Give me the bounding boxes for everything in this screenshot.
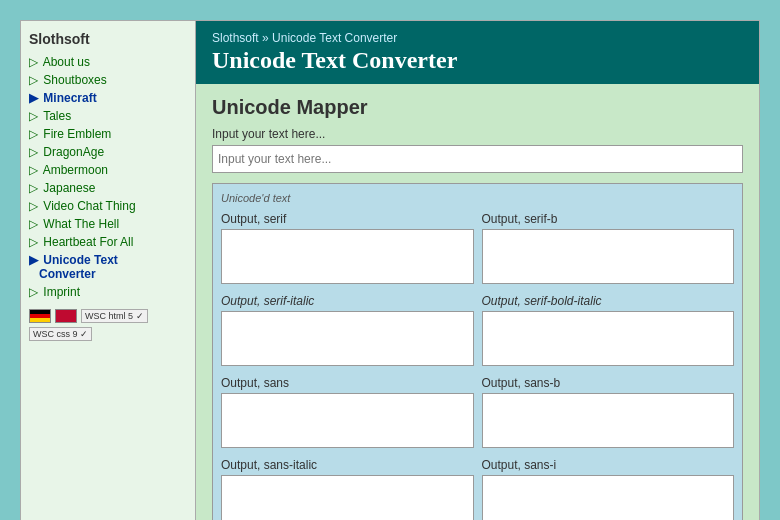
text-input[interactable] xyxy=(212,145,743,173)
output-sans-b-textarea[interactable] xyxy=(482,393,735,448)
arrow-icon: ▷ xyxy=(29,127,38,141)
arrow-icon: ▷ xyxy=(29,181,38,195)
sidebar-item-heartbeat-for-all[interactable]: ▷ Heartbeat For All xyxy=(21,233,195,251)
output-sans-i-textarea[interactable] xyxy=(482,475,735,520)
output-serif-bold-italic-textarea[interactable] xyxy=(482,311,735,366)
sidebar-badges: WSC html 5 ✓ WSC css 9 ✓ xyxy=(21,301,195,349)
arrow-icon: ▷ xyxy=(29,55,38,69)
sidebar-item-imprint[interactable]: ▷ Imprint xyxy=(21,283,195,301)
arrow-icon: ▷ xyxy=(29,199,38,213)
arrow-icon: ▷ xyxy=(29,145,38,159)
arrow-icon: ▷ xyxy=(29,217,38,231)
output-sans-i-label: Output, sans-i xyxy=(482,458,735,472)
sidebar-item-tales[interactable]: ▷ Tales xyxy=(21,107,195,125)
outputs-grid: Output, serif Output, serif-b xyxy=(221,212,734,520)
output-sans-textarea[interactable] xyxy=(221,393,474,448)
page-title: Unicode Text Converter xyxy=(212,47,743,74)
flag-us-icon xyxy=(55,309,77,323)
output-sans-italic-label: Output, sans-italic xyxy=(221,458,474,472)
sidebar-item-fire-emblem[interactable]: ▷ Fire Emblem xyxy=(21,125,195,143)
output-serif-bold-italic-label: Output, serif-bold-italic xyxy=(482,294,735,308)
unicode-section-title: Unicode'd text xyxy=(221,192,734,204)
output-group-sans: Output, sans xyxy=(221,376,474,448)
unicode-section: Unicode'd text Output, serif Output, ser… xyxy=(212,183,743,520)
sidebar-item-ambermoon[interactable]: ▷ Ambermoon xyxy=(21,161,195,179)
output-group-serif-b: Output, serif-b xyxy=(482,212,735,284)
sidebar-item-about-us[interactable]: ▷ About us xyxy=(21,53,195,71)
output-serif-label: Output, serif xyxy=(221,212,474,226)
arrow-icon: ▷ xyxy=(29,285,38,299)
output-sans-label: Output, sans xyxy=(221,376,474,390)
output-sans-italic-textarea[interactable] xyxy=(221,475,474,520)
breadcrumb: Slothsoft » Unicode Text Converter xyxy=(212,31,743,45)
sidebar-item-shoutboxes[interactable]: ▷ Shoutboxes xyxy=(21,71,195,89)
sidebar-item-video-chat-thing[interactable]: ▷ Video Chat Thing xyxy=(21,197,195,215)
arrow-icon: ▶ xyxy=(29,253,38,267)
sidebar-title: Slothsoft xyxy=(21,27,195,53)
arrow-icon: ▷ xyxy=(29,235,38,249)
arrow-icon: ▷ xyxy=(29,109,38,123)
wsc-css-badge: WSC css 9 ✓ xyxy=(29,327,92,341)
sidebar-item-dragonage[interactable]: ▷ DragonAge xyxy=(21,143,195,161)
output-group-serif-italic: Output, serif-italic xyxy=(221,294,474,366)
output-group-sans-i: Output, sans-i xyxy=(482,458,735,520)
sidebar-item-what-the-hell[interactable]: ▷ What The Hell xyxy=(21,215,195,233)
input-label: Input your text here... xyxy=(212,127,743,141)
output-group-sans-b: Output, sans-b xyxy=(482,376,735,448)
main-content: Slothsoft » Unicode Text Converter Unico… xyxy=(196,21,759,520)
page-container: Slothsoft ▷ About us ▷ Shoutboxes ▶ Mine… xyxy=(20,20,760,520)
sidebar-item-minecraft[interactable]: ▶ Minecraft xyxy=(21,89,195,107)
output-serif-b-label: Output, serif-b xyxy=(482,212,735,226)
arrow-icon: ▶ xyxy=(29,91,38,105)
arrow-icon: ▷ xyxy=(29,163,38,177)
output-group-serif-bold-italic: Output, serif-bold-italic xyxy=(482,294,735,366)
output-serif-b-textarea[interactable] xyxy=(482,229,735,284)
output-sans-b-label: Output, sans-b xyxy=(482,376,735,390)
sidebar-item-unicode-text-converter[interactable]: ▶ Unicode Text Converter xyxy=(21,251,195,283)
arrow-icon: ▷ xyxy=(29,73,38,87)
flag-de-icon xyxy=(29,309,51,323)
sidebar-item-japanese[interactable]: ▷ Japanese xyxy=(21,179,195,197)
header-bar: Slothsoft » Unicode Text Converter Unico… xyxy=(196,21,759,84)
output-serif-italic-textarea[interactable] xyxy=(221,311,474,366)
output-group-sans-italic: Output, sans-italic xyxy=(221,458,474,520)
output-serif-italic-label: Output, serif-italic xyxy=(221,294,474,308)
sidebar: Slothsoft ▷ About us ▷ Shoutboxes ▶ Mine… xyxy=(21,21,196,520)
content-area: Unicode Mapper Input your text here... U… xyxy=(196,84,759,520)
output-serif-textarea[interactable] xyxy=(221,229,474,284)
wsc-html-badge: WSC html 5 ✓ xyxy=(81,309,148,323)
content-title: Unicode Mapper xyxy=(212,96,743,119)
output-group-serif: Output, serif xyxy=(221,212,474,284)
window: Slothsoft ▷ About us ▷ Shoutboxes ▶ Mine… xyxy=(0,0,780,520)
